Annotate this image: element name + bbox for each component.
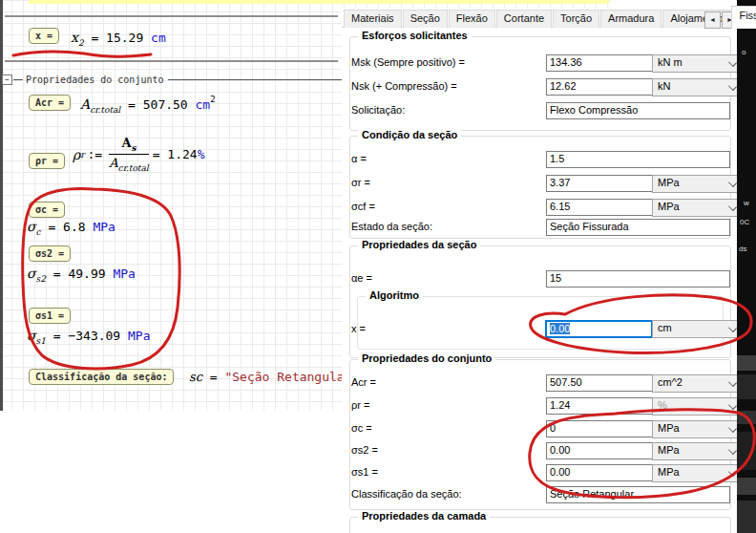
estado-label: Estado da seção: <box>351 221 432 232</box>
group-title: Propriedades da camada <box>358 510 490 522</box>
value: = −343.09 <box>46 329 128 343</box>
nsk-unit-combo[interactable]: kN <box>652 78 743 96</box>
math-region-pr[interactable]: ρr:= As Acr.total = 1.24 % <box>73 136 205 173</box>
alpha-input[interactable]: 1.5 <box>546 151 730 168</box>
sigma-c-input[interactable]: 0 <box>546 420 653 437</box>
fraction: As Acr.total <box>109 136 149 173</box>
sigma-c-unit-combo[interactable]: MPa <box>652 420 743 438</box>
x-unit-combo[interactable]: cm <box>652 320 743 338</box>
chevron-down-icon <box>728 58 737 67</box>
sigma-r-unit-combo[interactable]: MPa <box>652 175 743 193</box>
denominator-sub: cr.total <box>118 163 149 173</box>
acr-unit-combo[interactable]: cm^2 <box>652 374 743 393</box>
worksheet-highlight-row <box>29 0 609 4</box>
tag-sigma-s2[interactable]: σs2 = <box>29 245 71 262</box>
group-title: Condição da seção <box>358 129 461 140</box>
tag-acr[interactable]: Acr = <box>29 95 71 111</box>
msk-input[interactable]: 134.36 <box>546 54 653 72</box>
tag-classificacao[interactable]: Classificação da seção: <box>29 369 174 385</box>
chevron-down-icon <box>728 82 737 91</box>
unit: cm <box>196 97 211 112</box>
sigma-r-input[interactable]: 3.37 <box>546 175 653 192</box>
chevron-down-icon <box>728 446 737 455</box>
var: σ <box>27 219 36 234</box>
strip-text-fragment: ds <box>739 245 746 253</box>
tab-materiais[interactable]: Materiais <box>344 10 402 28</box>
strip-text-fragment: 0C <box>740 218 749 226</box>
numerator-var: A <box>121 136 131 150</box>
fissuracao-panel: Materiais Seção Flexão Cortante Torção A… <box>342 8 737 533</box>
strip-block <box>737 478 756 495</box>
chevron-down-icon <box>728 324 737 332</box>
unit: MPa <box>93 220 115 234</box>
subscript: s2 <box>36 274 46 284</box>
math-region-sigma-s2[interactable]: σs2 = 49.99 MPa <box>27 266 136 284</box>
tab-torcao[interactable]: Torção <box>553 10 599 28</box>
unit: cm <box>151 31 166 45</box>
exponent: 2 <box>210 95 215 104</box>
collapse-minus-icon[interactable]: − <box>2 75 12 85</box>
math-region-sigma-s1[interactable]: σs1 = −343.09 MPa <box>27 328 151 346</box>
chevron-down-icon <box>728 401 737 410</box>
strip-text-fragment: o <box>742 48 746 56</box>
chevron-down-icon <box>728 203 737 211</box>
rho-r-unit-combo[interactable]: % <box>652 397 743 416</box>
screenshot-root: x = x2 = 15.29 cm − Propriedades do conj… <box>0 0 756 533</box>
combo-value: MPa <box>658 201 680 212</box>
var: σ <box>27 266 36 281</box>
estado-field[interactable]: Seção Fissurada <box>546 219 730 236</box>
tab-armadura[interactable]: Armadura <box>600 10 662 28</box>
solicitacao-field[interactable]: Flexo Compressão <box>546 102 730 119</box>
acr-input[interactable]: 507.50 <box>546 374 653 392</box>
tab-fissuracao[interactable]: Fissuração <box>731 6 756 29</box>
nsk-input[interactable]: 12.62 <box>546 78 653 96</box>
nsk-label: Nsk (+ Compressão) = <box>351 80 457 92</box>
chevron-down-icon <box>728 424 737 433</box>
denominator-var: A <box>109 156 117 170</box>
sigma-cf-label: σcf = <box>351 201 375 212</box>
chevron-down-icon <box>728 378 737 387</box>
tab-secao[interactable]: Seção <box>403 10 448 28</box>
sigma-s2-unit-combo[interactable]: MPa <box>652 442 743 460</box>
rho-r-input[interactable]: 1.24 <box>546 397 653 415</box>
strip-block <box>737 374 756 399</box>
sigma-s2-input[interactable]: 0.00 <box>546 442 653 459</box>
combo-value: MPa <box>658 466 680 478</box>
math-region-sigma-c[interactable]: σc = 6.8 MPa <box>27 219 116 237</box>
tag-sigma-s1[interactable]: σs1 = <box>29 308 71 324</box>
tag-pr[interactable]: ρr = <box>29 153 65 169</box>
subscript: s1 <box>36 336 46 346</box>
group-title: Esforços solicitantes <box>358 30 472 41</box>
chevron-down-icon <box>728 179 737 187</box>
alpha-e-input[interactable]: 15 <box>546 270 730 288</box>
value: = 507.50 <box>120 97 195 112</box>
sigma-s1-input[interactable]: 0.00 <box>546 464 653 481</box>
acr-label: Acr = <box>351 376 376 388</box>
tag-x[interactable]: x = <box>29 28 59 44</box>
math-region-classificacao[interactable]: sc = "Seção Retangular" <box>189 370 359 384</box>
strip-block <box>737 501 756 533</box>
worksheet-left-margin-bar <box>0 0 3 411</box>
sigma-cf-input[interactable]: 6.15 <box>546 199 653 216</box>
sigma-c-label: σc = <box>351 422 372 434</box>
tag-sigma-c[interactable]: σc = <box>29 202 65 218</box>
tab-scroll-left-button[interactable]: ◄ <box>704 11 721 29</box>
tab-cortante[interactable]: Cortante <box>496 10 552 28</box>
x-input[interactable]: 0.00 <box>545 320 653 338</box>
sigma-s1-label: σs1 = <box>351 466 378 478</box>
group-title: Propriedades da seção <box>358 239 480 250</box>
msk-unit-combo[interactable]: kN m <box>652 54 743 73</box>
math-region-x[interactable]: x2 = 15.29 cm <box>71 30 166 48</box>
var: x <box>71 30 78 45</box>
math-region-acr[interactable]: Acr.total = 507.50 cm2 <box>80 95 216 115</box>
classificacao-field[interactable]: Seção Retangular <box>546 486 730 503</box>
var: A <box>80 96 90 112</box>
combo-value: kN m <box>658 56 682 68</box>
tab-flexao[interactable]: Flexão <box>449 10 495 28</box>
sigma-cf-unit-combo[interactable]: MPa <box>652 199 743 217</box>
section-title: Propriedades do conjunto <box>26 75 164 85</box>
header-dash <box>13 79 23 80</box>
group-title: Algoritmo <box>366 289 423 301</box>
classificacao-label: Classificação da seção: <box>351 488 462 500</box>
sigma-s1-unit-combo[interactable]: MPa <box>652 464 743 482</box>
